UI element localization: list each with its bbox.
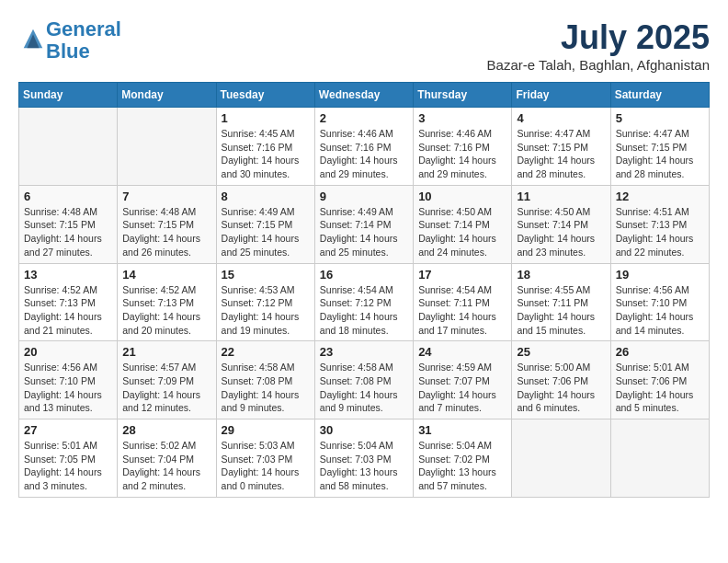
day-info: Sunrise: 4:55 AMSunset: 7:11 PMDaylight:… bbox=[517, 283, 605, 338]
day-number: 21 bbox=[122, 345, 210, 359]
day-info: Sunrise: 4:57 AMSunset: 7:09 PMDaylight:… bbox=[122, 361, 210, 415]
weekday-header-sunday: Sunday bbox=[19, 83, 118, 108]
day-info: Sunrise: 5:04 AMSunset: 7:03 PMDaylight:… bbox=[320, 439, 408, 493]
calendar-cell: 30Sunrise: 5:04 AMSunset: 7:03 PMDayligh… bbox=[314, 419, 413, 498]
day-info: Sunrise: 5:00 AMSunset: 7:06 PMDaylight:… bbox=[517, 361, 605, 415]
day-info: Sunrise: 4:51 AMSunset: 7:13 PMDaylight:… bbox=[616, 205, 704, 259]
calendar-cell: 22Sunrise: 4:58 AMSunset: 7:08 PMDayligh… bbox=[216, 341, 314, 419]
calendar-week-2: 6Sunrise: 4:48 AMSunset: 7:15 PMDaylight… bbox=[19, 185, 710, 263]
day-info: Sunrise: 4:59 AMSunset: 7:07 PMDaylight:… bbox=[418, 361, 506, 415]
weekday-header-saturday: Saturday bbox=[610, 83, 709, 108]
day-number: 18 bbox=[517, 268, 605, 282]
day-info: Sunrise: 4:58 AMSunset: 7:08 PMDaylight:… bbox=[320, 361, 408, 415]
calendar-cell: 21Sunrise: 4:57 AMSunset: 7:09 PMDayligh… bbox=[118, 341, 216, 419]
day-number: 14 bbox=[122, 268, 210, 282]
day-number: 28 bbox=[122, 423, 210, 437]
weekday-header-tuesday: Tuesday bbox=[216, 83, 314, 108]
day-number: 30 bbox=[320, 423, 408, 437]
calendar-cell: 31Sunrise: 5:04 AMSunset: 7:02 PMDayligh… bbox=[414, 419, 512, 498]
day-info: Sunrise: 4:50 AMSunset: 7:14 PMDaylight:… bbox=[418, 205, 506, 259]
day-number: 15 bbox=[222, 268, 310, 282]
calendar-cell: 6Sunrise: 4:48 AMSunset: 7:15 PMDaylight… bbox=[19, 185, 118, 263]
calendar-cell: 5Sunrise: 4:47 AMSunset: 7:15 PMDaylight… bbox=[610, 108, 709, 186]
day-number: 20 bbox=[24, 345, 112, 359]
page-header: General Blue July 2025 Bazar-e Talah, Ba… bbox=[18, 18, 710, 73]
calendar-cell: 17Sunrise: 4:54 AMSunset: 7:11 PMDayligh… bbox=[414, 263, 512, 341]
calendar-cell: 1Sunrise: 4:45 AMSunset: 7:16 PMDaylight… bbox=[216, 108, 314, 186]
day-info: Sunrise: 4:47 AMSunset: 7:15 PMDaylight:… bbox=[616, 127, 704, 181]
calendar-cell: 12Sunrise: 4:51 AMSunset: 7:13 PMDayligh… bbox=[610, 185, 709, 263]
weekday-header-monday: Monday bbox=[118, 83, 216, 108]
calendar-table: SundayMondayTuesdayWednesdayThursdayFrid… bbox=[18, 82, 710, 498]
day-info: Sunrise: 4:56 AMSunset: 7:10 PMDaylight:… bbox=[24, 361, 112, 415]
day-number: 23 bbox=[320, 345, 408, 359]
day-info: Sunrise: 4:53 AMSunset: 7:12 PMDaylight:… bbox=[222, 283, 310, 338]
day-info: Sunrise: 4:49 AMSunset: 7:14 PMDaylight:… bbox=[320, 205, 408, 259]
day-number: 6 bbox=[24, 190, 112, 203]
calendar-cell bbox=[19, 108, 118, 186]
day-info: Sunrise: 4:46 AMSunset: 7:16 PMDaylight:… bbox=[418, 127, 506, 181]
day-number: 12 bbox=[616, 190, 704, 203]
day-number: 7 bbox=[122, 190, 210, 203]
day-info: Sunrise: 4:54 AMSunset: 7:11 PMDaylight:… bbox=[418, 283, 506, 338]
day-number: 17 bbox=[418, 268, 506, 282]
calendar-cell: 18Sunrise: 4:55 AMSunset: 7:11 PMDayligh… bbox=[512, 263, 610, 341]
logo-line1: General bbox=[46, 17, 121, 40]
calendar-week-5: 27Sunrise: 5:01 AMSunset: 7:05 PMDayligh… bbox=[19, 419, 710, 498]
calendar-cell: 10Sunrise: 4:50 AMSunset: 7:14 PMDayligh… bbox=[414, 185, 512, 263]
day-info: Sunrise: 4:54 AMSunset: 7:12 PMDaylight:… bbox=[320, 283, 408, 338]
day-number: 2 bbox=[320, 111, 408, 125]
calendar-cell: 15Sunrise: 4:53 AMSunset: 7:12 PMDayligh… bbox=[216, 263, 314, 341]
calendar-cell: 11Sunrise: 4:50 AMSunset: 7:14 PMDayligh… bbox=[512, 185, 610, 263]
calendar-cell: 29Sunrise: 5:03 AMSunset: 7:03 PMDayligh… bbox=[216, 419, 314, 498]
calendar-cell: 14Sunrise: 4:52 AMSunset: 7:13 PMDayligh… bbox=[118, 263, 216, 341]
calendar-week-4: 20Sunrise: 4:56 AMSunset: 7:10 PMDayligh… bbox=[19, 341, 710, 419]
day-number: 24 bbox=[418, 345, 506, 359]
calendar-cell: 3Sunrise: 4:46 AMSunset: 7:16 PMDaylight… bbox=[414, 108, 512, 186]
title-block: July 2025 Bazar-e Talah, Baghlan, Afghan… bbox=[487, 18, 710, 73]
logo-line2: Blue bbox=[46, 40, 90, 63]
day-info: Sunrise: 5:01 AMSunset: 7:06 PMDaylight:… bbox=[616, 361, 704, 415]
day-info: Sunrise: 4:50 AMSunset: 7:14 PMDaylight:… bbox=[517, 205, 605, 259]
weekday-header-wednesday: Wednesday bbox=[314, 83, 413, 108]
logo-icon bbox=[20, 26, 46, 52]
calendar-body: 1Sunrise: 4:45 AMSunset: 7:16 PMDaylight… bbox=[19, 108, 710, 498]
day-number: 19 bbox=[616, 268, 704, 282]
logo-text: General Blue bbox=[46, 18, 121, 63]
calendar-cell: 2Sunrise: 4:46 AMSunset: 7:16 PMDaylight… bbox=[314, 108, 413, 186]
calendar-cell: 27Sunrise: 5:01 AMSunset: 7:05 PMDayligh… bbox=[19, 419, 118, 498]
day-info: Sunrise: 5:01 AMSunset: 7:05 PMDaylight:… bbox=[24, 439, 112, 493]
calendar-cell: 9Sunrise: 4:49 AMSunset: 7:14 PMDaylight… bbox=[314, 185, 413, 263]
day-info: Sunrise: 4:48 AMSunset: 7:15 PMDaylight:… bbox=[24, 205, 112, 259]
calendar-cell: 28Sunrise: 5:02 AMSunset: 7:04 PMDayligh… bbox=[118, 419, 216, 498]
day-number: 29 bbox=[222, 423, 310, 437]
day-number: 11 bbox=[517, 190, 605, 203]
day-info: Sunrise: 4:52 AMSunset: 7:13 PMDaylight:… bbox=[24, 283, 112, 338]
day-number: 16 bbox=[320, 268, 408, 282]
day-info: Sunrise: 4:46 AMSunset: 7:16 PMDaylight:… bbox=[320, 127, 408, 181]
day-number: 8 bbox=[222, 190, 310, 203]
day-info: Sunrise: 4:58 AMSunset: 7:08 PMDaylight:… bbox=[222, 361, 310, 415]
calendar-cell bbox=[118, 108, 216, 186]
calendar-cell: 26Sunrise: 5:01 AMSunset: 7:06 PMDayligh… bbox=[610, 341, 709, 419]
weekday-row: SundayMondayTuesdayWednesdayThursdayFrid… bbox=[19, 83, 710, 108]
calendar-cell: 24Sunrise: 4:59 AMSunset: 7:07 PMDayligh… bbox=[414, 341, 512, 419]
day-number: 26 bbox=[616, 345, 704, 359]
day-info: Sunrise: 4:47 AMSunset: 7:15 PMDaylight:… bbox=[517, 127, 605, 181]
calendar-cell: 4Sunrise: 4:47 AMSunset: 7:15 PMDaylight… bbox=[512, 108, 610, 186]
day-number: 1 bbox=[222, 111, 310, 125]
day-info: Sunrise: 5:03 AMSunset: 7:03 PMDaylight:… bbox=[222, 439, 310, 493]
day-number: 13 bbox=[24, 268, 112, 282]
day-number: 27 bbox=[24, 423, 112, 437]
day-number: 5 bbox=[616, 111, 704, 125]
day-number: 22 bbox=[222, 345, 310, 359]
calendar-cell bbox=[512, 419, 610, 498]
day-info: Sunrise: 4:48 AMSunset: 7:15 PMDaylight:… bbox=[122, 205, 210, 259]
month-title: July 2025 bbox=[487, 18, 710, 57]
day-info: Sunrise: 5:02 AMSunset: 7:04 PMDaylight:… bbox=[122, 439, 210, 493]
day-number: 25 bbox=[517, 345, 605, 359]
day-number: 4 bbox=[517, 111, 605, 125]
weekday-header-thursday: Thursday bbox=[414, 83, 512, 108]
calendar-cell: 16Sunrise: 4:54 AMSunset: 7:12 PMDayligh… bbox=[314, 263, 413, 341]
day-info: Sunrise: 4:49 AMSunset: 7:15 PMDaylight:… bbox=[222, 205, 310, 259]
